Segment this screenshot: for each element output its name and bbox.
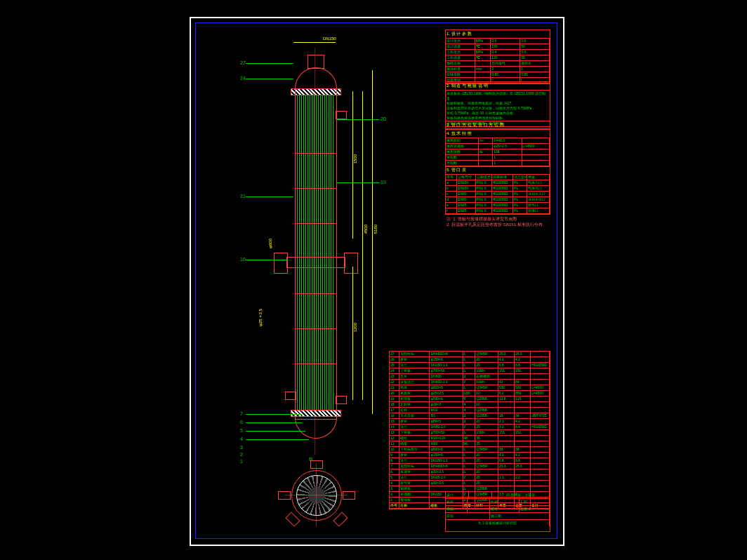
nozzle-table: 5. 管 口 表 符号公称尺寸公称压力连接标准法兰型式用途aDN150PN1.0…: [445, 166, 550, 215]
plan-cl-h: [284, 495, 348, 495]
dim-shell-label: 4500: [364, 225, 368, 234]
bom-row: 13下管板φ700×50116Mn151151: [390, 430, 550, 436]
leader: [246, 79, 293, 79]
design-row: 设计压力MPa0.60.6: [446, 39, 550, 44]
design-row: 设计温度℃15050: [446, 44, 550, 50]
plan-nozzle-r: [343, 491, 355, 500]
nozzle-row: fDN25PN1.0HG20593PL排液口: [446, 208, 550, 214]
leader: [246, 196, 293, 197]
nozzle-row: eDN25PN1.0HG20593PL排气口: [446, 203, 550, 208]
tech-row: 换热面积m²F=48.3: [446, 138, 550, 144]
callout-2: 2: [240, 452, 243, 457]
dim-baffle1-label: 1500: [353, 154, 357, 164]
bom-row: 6排液管φ32×3.5120: [390, 469, 550, 475]
callout-24: 24: [240, 76, 246, 81]
bom-row: 9接管φ159×61204.24.2: [390, 453, 550, 458]
dim-tube-label: φ25×2.5: [258, 309, 263, 326]
callout-6: 6: [240, 420, 243, 425]
callout-20: 20: [381, 116, 386, 121]
plan-nozzle-br: [333, 512, 348, 526]
plan-nozzle-bl: [285, 512, 300, 526]
mfg-note-line: 本设备按 GB150-1998《钢制压力容器》及 GB151-1999 进行制造…: [447, 91, 549, 101]
design-row: 物料名称异丙基气循环水: [446, 61, 550, 67]
callout-1: 1: [240, 459, 243, 464]
bom-row: 8法兰DN150-1.01206.86.8: [390, 458, 550, 464]
bom-row: 23垫片DN6002石棉橡胶: [390, 374, 550, 380]
top-head: [295, 67, 337, 89]
section5-title: 5. 管 口 表: [446, 166, 550, 175]
bom-row: 19折流板φ590×69Q235B12.8115: [390, 396, 550, 402]
drawing-title: 15 异丙基三冷凝器: [492, 492, 550, 498]
bom-row: 7底部封头EHA600×81Q345R25.325.3: [390, 464, 550, 469]
bom-row: 27顶部封头EHA600×81Q345R25.325.3: [390, 352, 550, 357]
bom-row: 15接管φ89×52202.14.2: [390, 419, 550, 425]
callout-21: 21: [240, 194, 246, 199]
section3-title: 3. 管 口 方 位 见 管 口 方 位 图: [446, 121, 550, 129]
vessel-elevation: [274, 48, 358, 441]
baffle: [295, 293, 336, 294]
leader: [246, 414, 302, 415]
cad-viewport[interactable]: 27 24 21 16 7 6 5 4 3 2 1 20 19 5180 450…: [0, 0, 747, 560]
dim-top-nozzle: DN150: [323, 36, 336, 41]
bom-row: 4排气管φ32×3.5120: [390, 481, 550, 486]
tech-row: 管程数1: [446, 155, 550, 161]
drawing-sheet: 27 24 21 16 7 6 5 4 3 2 1 20 19 5180 450…: [204, 28, 552, 533]
leader: [246, 260, 288, 260]
note1: 注: 1. 管板与筒体焊接接头详见节点图: [447, 216, 550, 222]
leader: [246, 422, 302, 423]
bottom-head: [295, 417, 337, 439]
centerline-v: [315, 48, 315, 455]
nozzle-row: cDN80PN1.0HG20593PL冷却水入口: [446, 192, 550, 197]
tech-row: 换热管规格φ25×2.5L=4500: [446, 144, 550, 149]
bom-row: 12螺柱M20×1204835: [390, 436, 550, 441]
plan-nozzle-top: [310, 460, 323, 469]
leader: [246, 431, 305, 432]
design-row: 焊缝系数0.850.85: [446, 72, 550, 78]
bom-row: 26接管φ159×61204.24.2: [390, 357, 550, 363]
design-row: 工作温度℃12035: [446, 55, 550, 61]
section2-title: 2. 制 造 与 检 验 说 明: [446, 82, 550, 91]
bom-row: 24上管板φ700×50116Mn151151: [390, 368, 550, 374]
mfg-note-line: 检验和验收。焊接采用电弧焊，焊条 J427。: [447, 101, 549, 106]
dim-overall-label: 5180: [374, 225, 378, 234]
nozzle-row: aDN150PN1.0HG20593PL气体入口: [446, 180, 550, 186]
nozzle-side: [285, 392, 296, 400]
design-params-table: 1. 设 计 参 数 设计压力MPa0.60.6设计温度℃15050工作压力MP…: [445, 29, 550, 84]
leader: [337, 119, 379, 120]
company: 化工设备机械设计研究院: [446, 520, 550, 526]
scale: 1:20: [520, 499, 550, 505]
bottom-tubesheet-flange: [291, 410, 341, 417]
mfg-note-line: 管程 0.75MPa，保压 30 分钟无渗漏为合格。: [447, 111, 549, 116]
bom-row: 25法兰DN150-1.01206.86.8HG20593: [390, 363, 550, 368]
nozzle-a: [308, 55, 324, 69]
tech-table: 4. 技 术 特 性 换热面积m²F=48.3换热管规格φ25×2.5L=450…: [445, 129, 550, 167]
nozzle-row: bDN150PN1.0HG20593PL气体出口: [446, 186, 550, 192]
baffle: [295, 188, 336, 189]
nozzle-c: [336, 111, 347, 119]
design-row: 腐蚀裕度mm21: [446, 67, 550, 72]
dwg-no: 总图-1: [520, 506, 550, 512]
baffle: [295, 153, 336, 154]
plan-nozzle-l: [278, 491, 291, 500]
nozzle-header: 符号公称尺寸公称压力连接标准法兰型式用途: [446, 175, 550, 180]
callout-19: 19: [381, 180, 386, 185]
bom-table: 27顶部封头EHA600×81Q345R25.325.326接管φ159×612…: [389, 351, 550, 509]
dim-baffle2-label: 1200: [353, 323, 357, 332]
plan-tubesheet: [296, 475, 337, 516]
baffle: [295, 223, 336, 224]
callout-7: 7: [240, 411, 243, 416]
bom-row: 11螺母M209635: [390, 441, 550, 447]
bom-row: 5法兰DN25-1.02201.12.2: [390, 475, 550, 481]
tech-row: 换热管数根138: [446, 149, 550, 155]
bom-row: 10下封头筒节φ600×81Q345R3838: [390, 447, 550, 453]
nozzle-row: dDN80PN1.0HG20593PL冷却水出口: [446, 197, 550, 203]
section1-title: 1. 设 计 参 数: [446, 30, 550, 39]
lug-support-right: [344, 253, 358, 274]
dim-h: [293, 42, 336, 43]
baffle: [295, 328, 336, 329]
title-block: 设计 15 异丙基三冷凝器 校核 比例 1:20 审核 图号 总图-1 阶段 施…: [445, 491, 550, 532]
support-ring: [286, 257, 345, 268]
leader: [337, 182, 379, 183]
callout-4: 4: [240, 436, 243, 441]
lug-support-left: [274, 253, 288, 274]
